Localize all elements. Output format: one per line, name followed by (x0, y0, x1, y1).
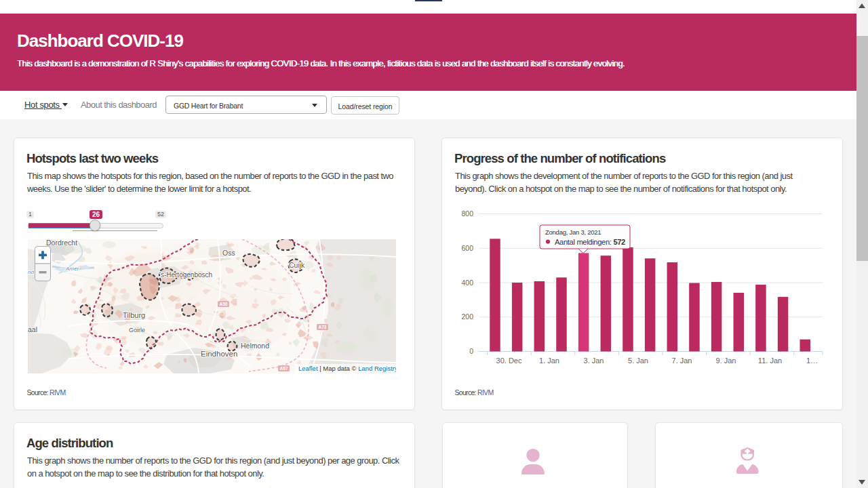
svg-text:Helmond: Helmond (241, 342, 269, 350)
svg-text:Zondag, Jan 3, 2021: Zondag, Jan 3, 2021 (545, 228, 601, 236)
svg-text:1…: 1… (806, 357, 818, 365)
svg-text:600: 600 (461, 244, 473, 252)
svg-text:A50: A50 (220, 302, 228, 306)
svg-text:0: 0 (469, 347, 473, 355)
svg-text:800: 800 (461, 209, 473, 218)
svg-text:nd: nd (28, 269, 34, 275)
svg-text:A73: A73 (319, 325, 327, 329)
svg-text:A67: A67 (280, 366, 288, 371)
svg-text:Oss: Oss (222, 249, 235, 257)
svg-text:400: 400 (461, 279, 473, 287)
svg-text:Dordrecht: Dordrecht (46, 239, 77, 247)
svg-text:Amer: Amer (65, 266, 79, 272)
svg-text:9. Jan: 9. Jan (716, 357, 736, 365)
svg-text:Goirle: Goirle (129, 327, 145, 333)
svg-text:Cuijk: Cuijk (289, 261, 305, 269)
svg-text:Tilburg: Tilburg (123, 311, 145, 319)
svg-text:30. Dec: 30. Dec (496, 357, 522, 365)
svg-text:aal: aal (28, 325, 37, 333)
svg-text:200: 200 (461, 312, 473, 321)
svg-text:1. Jan: 1. Jan (539, 357, 559, 365)
svg-text:3. Jan: 3. Jan (584, 357, 604, 365)
svg-text:Leaflet | Map data © Land Regi: Leaflet | Map data © Land Registry (298, 365, 396, 372)
svg-text:Aantal meldingen: 572: Aantal meldingen: 572 (555, 238, 625, 246)
svg-text:'s-Hertogenbosch: 's-Hertogenbosch (159, 271, 212, 279)
svg-text:5. Jan: 5. Jan (628, 357, 648, 365)
svg-text:Eindhoven: Eindhoven (201, 350, 237, 358)
svg-text:11. Jan: 11. Jan (758, 357, 782, 365)
svg-text:7. Jan: 7. Jan (672, 357, 692, 365)
